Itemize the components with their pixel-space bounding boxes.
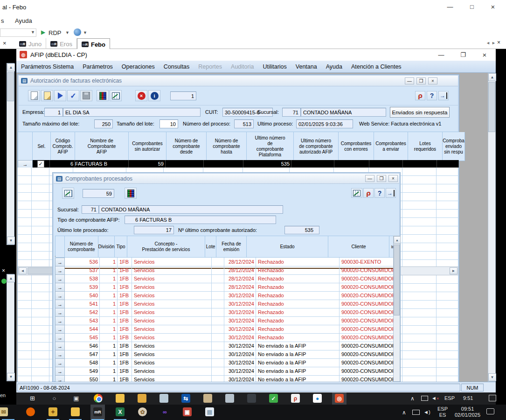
sucursal-num-field[interactable]: 71 xyxy=(282,108,301,117)
afip-app-icon[interactable]: ◎ xyxy=(335,394,344,403)
tab-juno[interactable]: mRJuno xyxy=(15,38,46,49)
column-header[interactable]: Tipo xyxy=(115,236,127,258)
firefox-icon[interactable] xyxy=(26,407,35,416)
mdi-vscrollbar[interactable]: ▲ ▼ xyxy=(488,73,496,382)
tab-febo[interactable]: mRFebo xyxy=(77,38,110,50)
afip-restore-button[interactable]: ❐ xyxy=(456,49,471,61)
column-header[interactable]: Lote xyxy=(205,236,216,258)
hscroll-right-icon[interactable]: ► xyxy=(450,267,457,274)
host-minimize-button[interactable]: — xyxy=(442,1,458,13)
teamviewer-icon[interactable]: ⇆ xyxy=(181,394,190,403)
network-icon[interactable] xyxy=(412,410,420,415)
tray-chevron-icon[interactable]: ∧ xyxy=(410,395,415,402)
notebook-app-icon[interactable] xyxy=(203,394,212,403)
table-row[interactable]: →54811FBServicios30/12/2024No enviado a … xyxy=(55,358,393,367)
proc-minimize-button[interactable]: — xyxy=(365,175,374,182)
column-header[interactable]: Lotes requeridos xyxy=(408,132,443,161)
network-display-icon[interactable] xyxy=(421,396,428,401)
auth-minimize-button[interactable]: — xyxy=(405,77,414,84)
help-icon[interactable]: ? xyxy=(427,91,437,100)
table-row[interactable]: →54511FBServicios30/12/2024Rechazado9000… xyxy=(55,333,393,342)
new-document-icon[interactable] xyxy=(28,90,40,101)
db-tools-icon[interactable]: ✦ xyxy=(49,407,57,416)
tam-field[interactable]: 10 xyxy=(159,119,178,128)
table-row[interactable]: →53911FBServicios28/12/2024Rechazado9000… xyxy=(55,283,393,291)
column-header[interactable]: Concepto - Prestación de servicios xyxy=(127,236,205,258)
column-header[interactable]: Código Comprob. AFIP xyxy=(51,132,75,161)
confirm-icon[interactable]: ✓ xyxy=(67,90,79,101)
host-menu-partial[interactable]: s xyxy=(1,17,4,24)
muted-speaker-icon[interactable]: ◄× xyxy=(431,395,439,401)
hscroll-left-icon[interactable]: ◄ xyxy=(19,267,27,274)
menu-utilitarios[interactable]: Utilitarios xyxy=(263,63,286,70)
calendar-app-icon[interactable]: ✓ xyxy=(269,394,278,403)
speaker-icon[interactable]: ◄) xyxy=(423,409,430,415)
paint-app-icon[interactable]: ✿ xyxy=(138,407,147,416)
run-process-icon[interactable] xyxy=(54,90,66,101)
host-maximize-button[interactable]: □ xyxy=(464,1,480,13)
excel-icon[interactable]: X xyxy=(116,407,125,416)
combobox-dropdown-icon[interactable]: ▼ xyxy=(31,30,35,35)
tray-language[interactable]: ESP ES xyxy=(437,406,448,418)
phone-support-icon[interactable]: ρ xyxy=(363,188,374,198)
batch-list-icon[interactable] xyxy=(97,90,109,101)
tray-clock[interactable]: 09:51 02/01/2025 xyxy=(455,406,480,418)
menu-atención-a-clientes[interactable]: Atención a Clientes xyxy=(351,63,402,70)
host-menu-ayuda[interactable]: Ayuda xyxy=(15,17,32,24)
left-scrollbar-upper[interactable]: ▲ ▼ xyxy=(7,63,14,245)
rdp-label[interactable]: RDP xyxy=(49,29,61,36)
empresa-num-field[interactable]: 1 xyxy=(44,108,63,117)
menu-ventana[interactable]: Ventana xyxy=(296,63,317,70)
menu-parámetros[interactable]: Parámetros xyxy=(83,63,113,70)
table-row[interactable]: →54711FBServicios30/12/2024No enviado a … xyxy=(55,350,393,358)
proc-close-button[interactable]: × xyxy=(388,175,398,182)
info-icon[interactable]: i xyxy=(148,90,160,101)
column-header[interactable]: División xyxy=(98,236,115,258)
column-header[interactable]: Fecha de emisión xyxy=(216,236,247,258)
left-scrollbar-lower[interactable]: ▲ ▼ xyxy=(7,274,14,381)
grid-export-icon[interactable] xyxy=(62,188,74,199)
terminal-app-icon[interactable] xyxy=(247,394,256,403)
menu-operaciones[interactable]: Operaciones xyxy=(122,63,155,70)
process-count-field[interactable]: 1 xyxy=(170,91,196,100)
menu-ayuda[interactable]: Ayuda xyxy=(326,63,342,70)
proc-count-field[interactable]: 59 xyxy=(83,189,114,198)
table-row[interactable]: →54111FBServicios30/12/2024Rechazado9000… xyxy=(55,300,393,308)
column-header[interactable]: Cliente xyxy=(328,236,389,258)
file-explorer-icon[interactable] xyxy=(116,394,125,403)
auth-restore-button[interactable]: ❐ xyxy=(416,77,426,84)
app-window-icon[interactable] xyxy=(159,394,168,403)
properties-icon[interactable] xyxy=(41,90,53,101)
afip-rho-app-icon[interactable]: ρ xyxy=(291,394,300,403)
panel-close-icon[interactable]: × xyxy=(3,40,7,47)
column-header[interactable]: Nombre de Comprobante AFIP xyxy=(75,132,129,161)
rdp-dropdown-icon[interactable]: ▼ xyxy=(65,30,69,35)
main-grid-selected-row[interactable]: →✓6FACTURAS B59535 xyxy=(18,160,458,168)
table-row[interactable]: →54611FBServicios30/12/2024No enviado a … xyxy=(55,342,393,350)
menu-consultas[interactable]: Consultas xyxy=(164,63,190,70)
tray-language[interactable]: ESP xyxy=(444,395,455,401)
start-button[interactable]: ⊞ xyxy=(28,394,37,403)
table-row[interactable]: →54411FBServicios30/12/2024Rechazado9000… xyxy=(55,325,393,333)
tray-chevron-icon[interactable]: ∧ xyxy=(402,409,406,416)
cancel-icon[interactable]: × xyxy=(135,90,147,101)
exit-icon[interactable]: → xyxy=(438,91,449,100)
column-header[interactable]: Sel. xyxy=(33,132,51,161)
phone-support-icon[interactable]: ρ xyxy=(415,91,425,100)
app-window2-icon[interactable] xyxy=(225,394,234,403)
column-header[interactable]: Comprobantes sin autorizar xyxy=(129,132,166,161)
tray-clock[interactable]: 9:51 xyxy=(463,395,473,401)
tam-max-field[interactable]: 250 xyxy=(94,119,113,128)
tab-close-icon[interactable]: × xyxy=(497,39,500,46)
chrome-icon[interactable] xyxy=(94,394,103,403)
menu-parámetros-sistema[interactable]: Parámetros Sistema xyxy=(21,63,74,70)
column-header[interactable]: Ultimo número de comprobante Plataforma xyxy=(247,132,294,161)
picture-manager-icon[interactable]: ▣ xyxy=(183,407,192,416)
afip-minimize-button[interactable]: — xyxy=(434,49,449,61)
file-explorer-icon[interactable] xyxy=(71,407,80,416)
column-header[interactable]: Número de comprobante desde xyxy=(166,132,207,161)
column-header[interactable]: Comproba enviado sin respu xyxy=(443,132,465,161)
grid-export-icon[interactable] xyxy=(110,90,122,101)
table-row[interactable]: →55011FBServicios30/12/2024No enviado a … xyxy=(55,375,393,382)
browser-app-icon[interactable]: ● xyxy=(313,394,322,403)
